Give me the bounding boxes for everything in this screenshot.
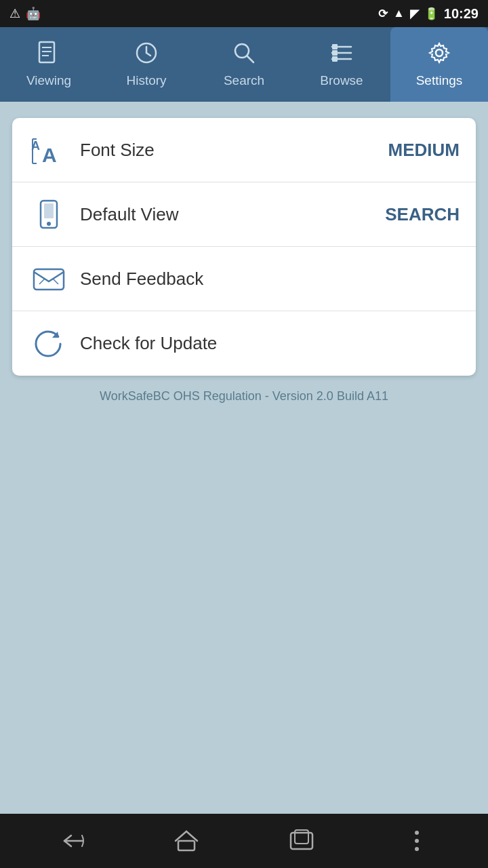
envelope-icon <box>28 265 69 292</box>
font-size-label: Font Size <box>80 140 388 161</box>
svg-rect-25 <box>178 841 195 850</box>
svg-point-30 <box>415 847 419 851</box>
more-options-button[interactable] <box>396 821 437 861</box>
history-icon <box>134 41 159 69</box>
tab-bar: Viewing History Search <box>0 27 488 102</box>
warning-icon: ⚠ <box>9 6 20 21</box>
battery-icon: 🔋 <box>424 7 439 21</box>
tab-browse-label: Browse <box>320 73 363 88</box>
tab-history-label: History <box>126 73 166 88</box>
default-view-value: SEARCH <box>385 204 460 225</box>
rotate-icon: ⟳ <box>378 7 388 21</box>
main-content: A A Font Size MEDIUM Default View SE <box>0 102 488 814</box>
check-update-label: Check for Update <box>80 333 460 354</box>
search-tab-icon <box>232 41 256 69</box>
status-bar: ⚠ 🤖 ⟳ ▲ ◤ 🔋 10:29 <box>0 0 488 27</box>
default-view-row[interactable]: Default View SEARCH <box>12 182 476 247</box>
svg-rect-22 <box>44 203 54 218</box>
check-update-row[interactable]: Check for Update <box>12 311 476 376</box>
tab-settings[interactable]: Settings <box>390 27 488 102</box>
svg-rect-13 <box>332 50 338 56</box>
tab-settings-label: Settings <box>416 73 463 88</box>
browse-icon <box>329 41 354 69</box>
status-time: 10:29 <box>444 6 479 22</box>
settings-card: A A Font Size MEDIUM Default View SE <box>12 118 476 376</box>
back-button[interactable] <box>51 821 92 861</box>
svg-rect-14 <box>332 56 338 62</box>
signal-icon: ◤ <box>410 7 419 21</box>
svg-rect-12 <box>332 44 338 50</box>
svg-point-7 <box>235 44 249 58</box>
settings-tab-icon <box>427 41 451 69</box>
svg-rect-26 <box>291 833 312 849</box>
default-view-label: Default View <box>80 204 385 225</box>
svg-line-8 <box>247 56 253 62</box>
home-button[interactable] <box>166 821 207 861</box>
font-size-row[interactable]: A A Font Size MEDIUM <box>12 118 476 182</box>
tab-history[interactable]: History <box>98 27 195 102</box>
svg-point-29 <box>415 839 419 843</box>
viewing-icon <box>37 41 61 69</box>
send-feedback-label: Send Feedback <box>80 269 460 290</box>
tab-viewing-label: Viewing <box>26 73 71 88</box>
font-size-icon: A A <box>28 135 69 165</box>
svg-line-6 <box>146 53 150 56</box>
tab-search-label: Search <box>224 73 264 88</box>
version-text: WorkSafeBC OHS Regulation - Version 2.0 … <box>12 389 476 403</box>
tab-search[interactable]: Search <box>195 27 293 102</box>
status-left-icons: ⚠ 🤖 <box>9 6 41 21</box>
tab-viewing[interactable]: Viewing <box>0 27 98 102</box>
wifi-icon: ▲ <box>393 7 405 20</box>
tab-browse[interactable]: Browse <box>293 27 390 102</box>
svg-rect-24 <box>34 269 64 290</box>
android-icon: 🤖 <box>26 6 41 21</box>
svg-point-23 <box>47 222 51 226</box>
status-right-icons: ⟳ ▲ ◤ 🔋 10:29 <box>378 6 479 22</box>
recents-button[interactable] <box>281 821 322 861</box>
refresh-icon <box>28 329 69 359</box>
font-size-value: MEDIUM <box>388 140 460 161</box>
send-feedback-row[interactable]: Send Feedback <box>12 247 476 311</box>
bottom-nav-bar <box>0 814 488 868</box>
svg-point-15 <box>436 50 443 56</box>
svg-point-28 <box>415 831 419 835</box>
svg-text:A: A <box>42 144 57 165</box>
phone-icon <box>28 199 69 229</box>
